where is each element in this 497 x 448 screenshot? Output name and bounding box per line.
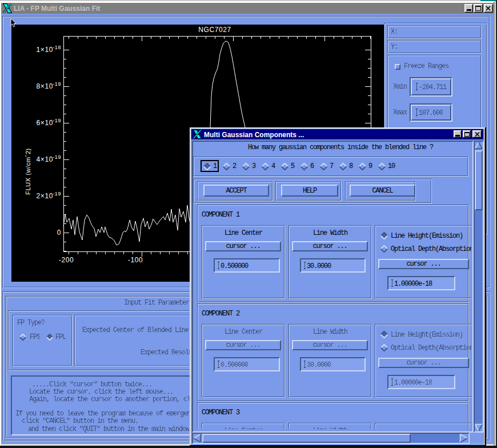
svg-text:8×10: 8×10 (37, 82, 53, 90)
svg-text:2×10: 2×10 (37, 192, 53, 200)
svg-text:-19: -19 (53, 81, 61, 87)
svg-text:-18: -18 (53, 45, 61, 50)
svg-text:4×10: 4×10 (37, 155, 53, 163)
svg-text:-19: -19 (53, 191, 61, 197)
svg-text:FLUX (w/cmˆ2): FLUX (w/cmˆ2) (25, 148, 31, 195)
svg-text:6×10: 6×10 (37, 119, 53, 127)
svg-text:1×10: 1×10 (37, 46, 53, 54)
svg-text:0: 0 (57, 229, 61, 237)
svg-text:-19: -19 (53, 118, 61, 123)
svg-text:-100: -100 (128, 256, 143, 264)
svg-text:-200: -200 (59, 256, 74, 264)
svg-text:-19: -19 (53, 154, 61, 160)
svg-text:NGC7027: NGC7027 (198, 26, 231, 34)
